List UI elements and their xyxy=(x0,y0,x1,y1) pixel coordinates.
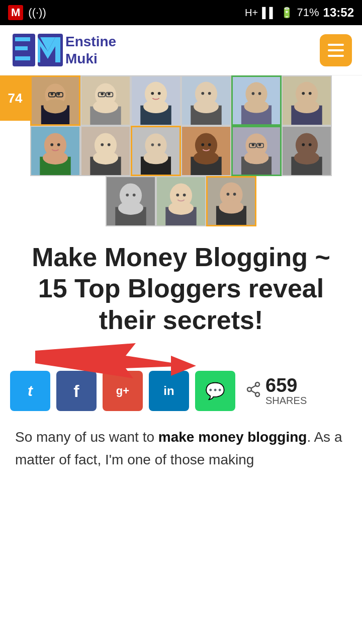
svg-point-91 xyxy=(118,201,143,215)
svg-point-86 xyxy=(302,143,305,146)
site-logo xyxy=(10,31,65,69)
gmail-icon: M xyxy=(8,5,23,20)
svg-point-42 xyxy=(258,92,261,95)
blogger-9 xyxy=(131,126,181,176)
svg-point-28 xyxy=(143,100,168,113)
svg-marker-107 xyxy=(171,356,196,376)
blogger-14 xyxy=(156,176,206,226)
svg-point-54 xyxy=(57,143,60,146)
status-bar: M ((·)) H+ ▌▌ 🔋 71% 13:52 xyxy=(0,0,362,25)
blogger-7 xyxy=(30,126,80,176)
svg-point-87 xyxy=(309,143,312,146)
svg-rect-2 xyxy=(15,46,28,50)
bloggers-grid xyxy=(30,75,362,226)
battery-percent: 71% xyxy=(297,6,319,19)
signal-bars-icon: ▌▌ xyxy=(262,7,276,19)
svg-point-52 xyxy=(43,151,68,165)
bloggers-row-3 xyxy=(0,176,362,226)
blogger-1 xyxy=(30,75,80,126)
arrow-social-section xyxy=(10,341,352,381)
signal-text: H+ xyxy=(245,7,258,19)
blogger-3 xyxy=(131,75,181,126)
svg-point-60 xyxy=(108,143,111,146)
blogger-13 xyxy=(106,176,156,226)
svg-point-93 xyxy=(133,194,136,197)
logo-text: Enstine Muki xyxy=(65,33,116,67)
logo-area[interactable]: Enstine Muki xyxy=(10,31,116,69)
svg-point-97 xyxy=(168,201,194,215)
svg-marker-106 xyxy=(35,343,191,378)
svg-point-72 xyxy=(208,143,211,146)
svg-point-48 xyxy=(309,92,312,95)
svg-point-105 xyxy=(233,193,236,196)
svg-point-29 xyxy=(151,92,154,95)
body-text-start: So many of us want to xyxy=(15,429,158,445)
svg-point-98 xyxy=(176,194,179,197)
svg-point-35 xyxy=(201,92,204,95)
svg-point-65 xyxy=(151,143,154,146)
svg-point-76 xyxy=(244,151,269,164)
svg-point-104 xyxy=(227,193,230,196)
bloggers-row-2 xyxy=(30,126,362,176)
clock: 13:52 xyxy=(323,6,354,20)
svg-rect-1 xyxy=(15,37,30,41)
svg-point-99 xyxy=(183,194,186,197)
blogger-8 xyxy=(80,126,131,176)
svg-point-71 xyxy=(201,143,204,146)
svg-line-111 xyxy=(251,385,256,388)
svg-point-66 xyxy=(158,143,161,146)
svg-point-64 xyxy=(144,151,168,164)
svg-rect-3 xyxy=(15,56,30,60)
body-text-bold: make money blogging xyxy=(158,429,307,445)
blogger-10 xyxy=(181,126,231,176)
svg-point-53 xyxy=(50,143,53,146)
svg-point-19 xyxy=(93,100,118,113)
header: Enstine Muki xyxy=(0,25,362,75)
blogger-6 xyxy=(282,75,332,126)
svg-point-59 xyxy=(101,143,104,146)
svg-point-92 xyxy=(126,194,129,197)
svg-point-47 xyxy=(302,92,305,95)
blogger-11 xyxy=(231,126,282,176)
status-left: M ((·)) xyxy=(8,5,46,20)
menu-button[interactable] xyxy=(320,34,352,66)
svg-point-58 xyxy=(93,151,118,165)
svg-point-103 xyxy=(219,200,244,213)
blogger-12 xyxy=(282,126,332,176)
wifi-icon: ((·)) xyxy=(28,6,46,19)
svg-point-70 xyxy=(194,151,219,165)
status-right: H+ ▌▌ 🔋 71% 13:52 xyxy=(245,6,354,20)
blogger-15 xyxy=(206,176,256,226)
svg-point-46 xyxy=(294,100,319,113)
battery-icon: 🔋 xyxy=(281,7,293,19)
svg-point-10 xyxy=(44,99,67,113)
svg-point-40 xyxy=(244,100,269,113)
side-badge: 74 xyxy=(0,75,30,121)
blogger-4 xyxy=(181,75,231,126)
article-title: Make Money Blogging ~ 15 Top Bloggers re… xyxy=(0,226,362,341)
share-icon xyxy=(245,381,261,401)
svg-point-85 xyxy=(294,151,319,165)
bloggers-row-1 xyxy=(30,75,362,126)
blogger-5 xyxy=(231,75,282,126)
bloggers-section: 74 xyxy=(0,75,362,226)
article-body: So many of us want to make money bloggin… xyxy=(0,421,362,481)
svg-point-34 xyxy=(194,100,219,113)
svg-point-36 xyxy=(208,92,211,95)
svg-line-112 xyxy=(251,390,256,393)
blogger-2 xyxy=(80,75,131,126)
arrow-image xyxy=(25,341,196,381)
svg-point-30 xyxy=(158,92,161,95)
svg-point-41 xyxy=(252,92,255,95)
